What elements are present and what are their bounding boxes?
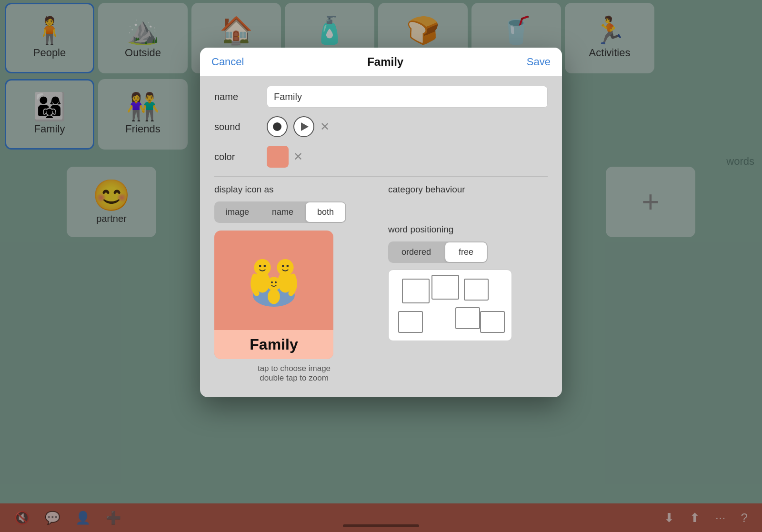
position-ordered[interactable]: ordered <box>388 241 444 263</box>
svg-point-5 <box>267 277 281 291</box>
double-tap-hint: double tap to zoom <box>214 373 374 383</box>
toggle-image[interactable]: image <box>214 201 261 223</box>
svg-point-7 <box>259 265 261 267</box>
color-clear-button[interactable]: ✕ <box>293 150 303 163</box>
svg-point-8 <box>263 265 266 267</box>
position-free[interactable]: free <box>445 242 487 262</box>
record-button[interactable] <box>267 116 288 137</box>
free-layout-preview <box>388 270 512 341</box>
color-swatch-button[interactable] <box>267 146 289 168</box>
preview-hints: tap to choose image double tap to zoom <box>214 364 374 383</box>
preview-card[interactable]: Family <box>214 231 333 359</box>
cat-behaviour-spacer <box>388 201 548 224</box>
right-section: category behaviour word positioning orde… <box>388 184 548 383</box>
word-positioning-title: word positioning <box>388 224 548 235</box>
edit-modal: Cancel Family Save name sound <box>200 48 562 397</box>
sound-clear-button[interactable]: ✕ <box>320 120 330 133</box>
family-svg <box>236 238 312 319</box>
svg-point-10 <box>286 265 289 267</box>
svg-point-6 <box>268 289 280 304</box>
color-field-label: color <box>214 151 267 162</box>
cat-behaviour-title: category behaviour <box>388 184 548 195</box>
free-box-3 <box>464 279 489 301</box>
display-icon-section: display icon as image name both <box>214 184 374 383</box>
sound-controls: ✕ <box>267 116 330 137</box>
tap-hint: tap to choose image <box>214 364 374 373</box>
play-triangle <box>301 122 309 131</box>
modal-title: Family <box>367 55 403 69</box>
save-button[interactable]: Save <box>527 56 551 68</box>
color-row: color ✕ <box>214 146 548 168</box>
position-toggle: ordered free <box>388 241 488 263</box>
toggle-both[interactable]: both <box>306 202 345 222</box>
modal-overlay: Cancel Family Save name sound <box>0 0 762 532</box>
free-box-5 <box>455 307 480 329</box>
free-box-4 <box>398 311 423 333</box>
record-dot <box>273 122 281 131</box>
free-box-2 <box>431 275 459 300</box>
free-box-1 <box>402 279 430 303</box>
preview-label: Family <box>214 330 333 359</box>
display-icon-title: display icon as <box>214 184 374 195</box>
toggle-name[interactable]: name <box>261 201 305 223</box>
modal-body: name sound ✕ color <box>200 76 562 397</box>
svg-point-11 <box>271 281 273 283</box>
svg-point-9 <box>282 265 284 267</box>
name-row: name <box>214 86 548 108</box>
play-button[interactable] <box>293 116 314 137</box>
name-field-label: name <box>214 91 267 102</box>
preview-image-area <box>214 231 333 326</box>
modal-header: Cancel Family Save <box>200 48 562 76</box>
svg-point-12 <box>275 281 277 283</box>
sound-row: sound ✕ <box>214 116 548 137</box>
cancel-button[interactable]: Cancel <box>211 56 244 68</box>
sound-field-label: sound <box>214 121 267 132</box>
free-box-6 <box>480 311 505 333</box>
display-icon-toggle: image name both <box>214 201 346 223</box>
two-col-section: display icon as image name both <box>214 184 548 383</box>
name-input[interactable] <box>267 86 548 108</box>
divider <box>214 176 548 177</box>
